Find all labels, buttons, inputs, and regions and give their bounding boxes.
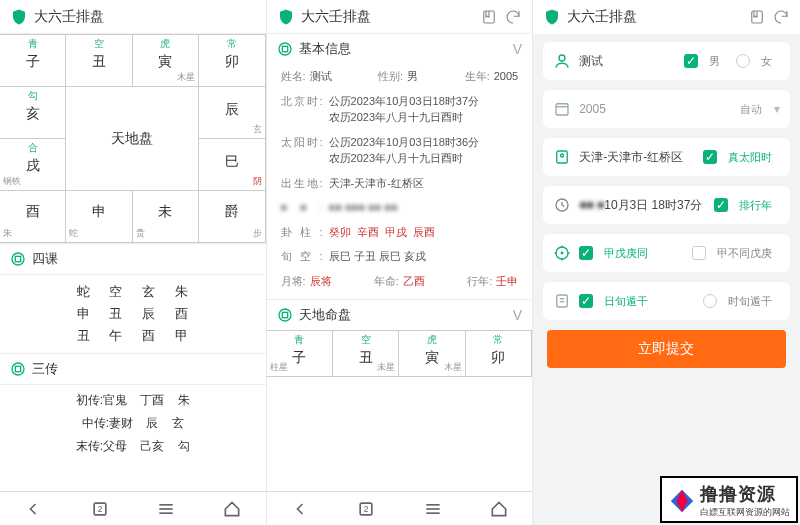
year-card[interactable]: 2005 自动 ▾ <box>543 90 790 128</box>
bookmark-icon[interactable] <box>480 8 498 26</box>
menu-icon[interactable] <box>156 499 176 519</box>
location-card[interactable]: 天津-天津市-红桥区 ✓真太阳时 <box>543 138 790 176</box>
svg-point-12 <box>279 309 291 321</box>
bottom-nav: 2 <box>267 491 533 525</box>
grid-cell[interactable]: 巳阴 <box>199 139 265 191</box>
section-tiandi-pan[interactable]: 天地命盘 V <box>267 299 533 330</box>
grid-cell[interactable]: 申蛇 <box>66 191 132 243</box>
app-title: 大六壬排盘 <box>567 8 742 26</box>
refresh-icon[interactable] <box>504 8 522 26</box>
sike-rows: 蛇 空 玄 朱 申 丑 辰 酉 丑 午 酉 甲 <box>0 275 266 353</box>
svg-rect-11 <box>282 46 287 51</box>
grid-cell[interactable]: 辰玄 <box>199 87 265 139</box>
grid-cell[interactable]: 空丑未星 <box>333 331 399 377</box>
jia2-check[interactable] <box>692 246 706 260</box>
grid-cell[interactable]: 虎寅木星 <box>133 35 199 87</box>
section-sike[interactable]: 四课 <box>0 243 266 275</box>
grid-cell[interactable]: 酉朱 <box>0 191 66 243</box>
location-icon <box>553 148 571 166</box>
topbar: 大六壬排盘 <box>0 0 266 34</box>
chevron-down-icon: V <box>513 307 522 323</box>
svg-point-20 <box>559 55 565 61</box>
topbar: 大六壬排盘 <box>533 0 800 34</box>
male-check[interactable]: ✓ <box>684 54 698 68</box>
svg-point-27 <box>561 252 563 254</box>
svg-marker-36 <box>676 489 687 511</box>
plate-icon <box>10 361 26 377</box>
target-icon <box>553 244 571 262</box>
bottom-nav: 2 <box>0 491 266 525</box>
plate-icon <box>277 41 293 57</box>
grid-cell[interactable]: 青子 <box>0 35 66 87</box>
svg-rect-1 <box>15 256 20 261</box>
ri-card[interactable]: ✓日旬遁干 时旬遁干 <box>543 282 790 320</box>
chevron-down-icon: ▾ <box>774 102 780 116</box>
watermark: 撸撸资源 白嫖互联网资源的网站 <box>660 476 798 523</box>
svg-rect-3 <box>15 366 20 371</box>
info-xun-row: 旬空:辰巳 子丑 辰巳 亥戌 <box>267 244 533 269</box>
grid-cell[interactable]: 勾亥 <box>0 87 66 139</box>
grid-cell[interactable]: 常卯 <box>466 331 532 377</box>
topbar: 大六壬排盘 <box>267 0 533 34</box>
female-radio[interactable] <box>736 54 750 68</box>
user-icon <box>553 52 571 70</box>
tabs-icon[interactable]: 2 <box>356 499 376 519</box>
grid-cell[interactable]: 常卯 <box>199 35 265 87</box>
home-icon[interactable] <box>222 499 242 519</box>
app-title: 大六壬排盘 <box>301 8 475 26</box>
svg-rect-21 <box>556 104 568 115</box>
svg-text:2: 2 <box>97 504 102 514</box>
datetime-card[interactable]: ■■ ■10月3日 18时37分 ✓排行年 <box>543 186 790 224</box>
svg-rect-32 <box>557 295 568 307</box>
svg-rect-13 <box>282 312 287 317</box>
shield-icon <box>543 8 561 26</box>
mini-grid: 青子柱星 空丑未星 虎寅木星 常卯 <box>267 330 533 377</box>
info-bj-row: 北京时: 公历2023年10月03日18时37分农历2023年八月十九日酉时 <box>267 89 533 130</box>
grid-cell[interactable]: 合戌钢铁 <box>0 139 66 191</box>
section-basic-info[interactable]: 基本信息 V <box>267 34 533 64</box>
shi-radio[interactable] <box>703 294 717 308</box>
back-icon[interactable] <box>290 499 310 519</box>
sanchuan-rows: 初传: 官鬼 丁酉 朱 中传: 妻财 辰 玄 末传: 父母 己亥 勾 <box>0 385 266 458</box>
grid-cell[interactable]: 虎寅木星 <box>399 331 465 377</box>
info-gua-row: 卦柱: 癸卯辛酉甲戌辰酉 <box>267 220 533 245</box>
grid-cell[interactable]: 未贵 <box>133 191 199 243</box>
info-name-row: 姓名:测试 性别:男 生年:2005 <box>267 64 533 89</box>
plate-icon <box>277 307 293 323</box>
grid-center: 天地盘 <box>66 87 199 191</box>
back-icon[interactable] <box>23 499 43 519</box>
menu-icon[interactable] <box>423 499 443 519</box>
tiandi-grid: 青子 空丑 虎寅木星 常卯 勾亥 天地盘 辰玄 合戌钢铁 巳阴 酉朱 申蛇 未贵… <box>0 34 266 243</box>
rowyear-check[interactable]: ✓ <box>714 198 728 212</box>
jia-card[interactable]: ✓甲戊庚同 甲不同戊庚 <box>543 234 790 272</box>
svg-point-10 <box>279 43 291 55</box>
svg-point-26 <box>556 247 568 259</box>
shield-icon <box>10 8 28 26</box>
name-card[interactable]: 测试 ✓男 女 <box>543 42 790 80</box>
grid-cell[interactable]: 爵步 <box>199 191 265 243</box>
tabs-icon[interactable]: 2 <box>90 499 110 519</box>
shield-icon <box>277 8 295 26</box>
clock-icon <box>553 196 571 214</box>
bookmark-icon[interactable] <box>748 8 766 26</box>
calendar-icon <box>553 100 571 118</box>
plate-icon <box>10 251 26 267</box>
note-icon <box>553 292 571 310</box>
svg-text:2: 2 <box>364 504 369 514</box>
truesun-check[interactable]: ✓ <box>703 150 717 164</box>
refresh-icon[interactable] <box>772 8 790 26</box>
grid-cell[interactable]: 空丑 <box>66 35 132 87</box>
chevron-down-icon: V <box>513 41 522 57</box>
app-title: 大六壬排盘 <box>34 8 256 26</box>
svg-point-2 <box>12 363 24 375</box>
svg-point-24 <box>561 154 564 157</box>
submit-button[interactable]: 立即提交 <box>547 330 786 368</box>
grid-cell[interactable]: 青子柱星 <box>267 331 333 377</box>
home-icon[interactable] <box>489 499 509 519</box>
info-birth-row: 出生地:天津-天津市-红桥区 <box>267 171 533 196</box>
info-yue-row: 月将: 辰将 年命: 乙酉 行年: 壬申 <box>267 269 533 294</box>
section-sanchuan[interactable]: 三传 <box>0 353 266 385</box>
jia-check[interactable]: ✓ <box>579 246 593 260</box>
info-sun-row: 太阳时: 公历2023年10月03日18时36分农历2023年八月十九日酉时 <box>267 130 533 171</box>
ri-check[interactable]: ✓ <box>579 294 593 308</box>
